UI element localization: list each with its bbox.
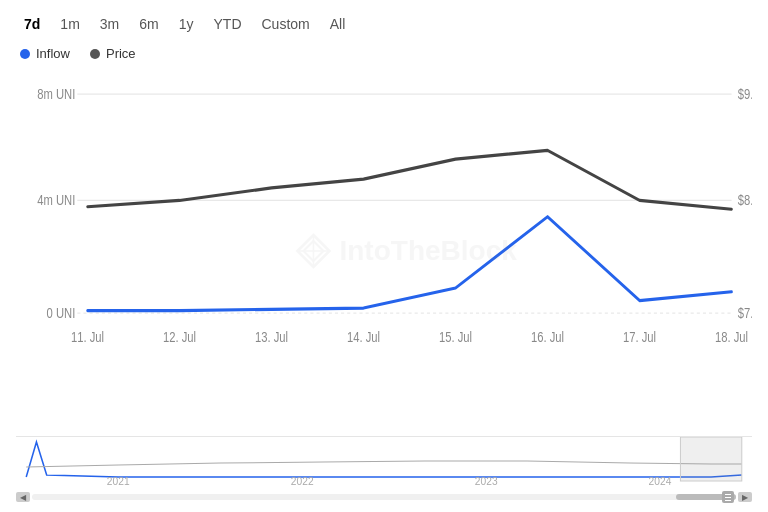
svg-text:4m UNI: 4m UNI: [37, 193, 75, 208]
svg-rect-23: [680, 437, 741, 481]
scroll-right-arrow[interactable]: ▶: [738, 492, 752, 502]
btn-1m[interactable]: 1m: [52, 12, 87, 36]
btn-ytd[interactable]: YTD: [206, 12, 250, 36]
svg-text:2023: 2023: [475, 476, 498, 487]
inflow-dot: [20, 49, 30, 59]
svg-text:11. Jul: 11. Jul: [71, 330, 104, 345]
price-dot: [90, 49, 100, 59]
scroll-handle[interactable]: [722, 491, 734, 503]
svg-text:14. Jul: 14. Jul: [347, 330, 380, 345]
chart-area: IntoTheBlock 8m UNI 4m UNI 0 UNI $9.00 $…: [16, 69, 752, 504]
svg-text:$8.00: $8.00: [738, 193, 752, 208]
svg-text:18. Jul: 18. Jul: [715, 330, 748, 345]
svg-text:2024: 2024: [649, 476, 672, 487]
svg-text:13. Jul: 13. Jul: [255, 330, 288, 345]
btn-1y[interactable]: 1y: [171, 12, 202, 36]
btn-7d[interactable]: 7d: [16, 12, 48, 36]
legend-price: Price: [90, 46, 136, 61]
mini-chart-wrapper: 2021 2022 2023 2024 ◀ ▶: [16, 436, 752, 504]
btn-3m[interactable]: 3m: [92, 12, 127, 36]
svg-text:0 UNI: 0 UNI: [47, 306, 76, 321]
time-range-selector: 7d 1m 3m 6m 1y YTD Custom All: [16, 12, 752, 36]
svg-text:$9.00: $9.00: [738, 87, 752, 102]
btn-6m[interactable]: 6m: [131, 12, 166, 36]
svg-text:12. Jul: 12. Jul: [163, 330, 196, 345]
svg-text:8m UNI: 8m UNI: [37, 87, 75, 102]
inflow-label: Inflow: [36, 46, 70, 61]
scroll-left-arrow[interactable]: ◀: [16, 492, 30, 502]
main-chart: IntoTheBlock 8m UNI 4m UNI 0 UNI $9.00 $…: [16, 69, 752, 432]
btn-custom[interactable]: Custom: [254, 12, 318, 36]
chart-legend: Inflow Price: [20, 46, 752, 61]
legend-inflow: Inflow: [20, 46, 70, 61]
svg-text:$7.00: $7.00: [738, 306, 752, 321]
btn-all[interactable]: All: [322, 12, 354, 36]
svg-text:2021: 2021: [107, 476, 130, 487]
main-container: 7d 1m 3m 6m 1y YTD Custom All Inflow Pri…: [0, 0, 768, 512]
chart-svg: 8m UNI 4m UNI 0 UNI $9.00 $8.00 $7.00 11…: [16, 69, 752, 432]
svg-text:2022: 2022: [291, 476, 314, 487]
svg-text:16. Jul: 16. Jul: [531, 330, 564, 345]
svg-text:15. Jul: 15. Jul: [439, 330, 472, 345]
mini-chart-svg: 2021 2022 2023 2024: [16, 437, 752, 487]
svg-text:17. Jul: 17. Jul: [623, 330, 656, 345]
price-label: Price: [106, 46, 136, 61]
